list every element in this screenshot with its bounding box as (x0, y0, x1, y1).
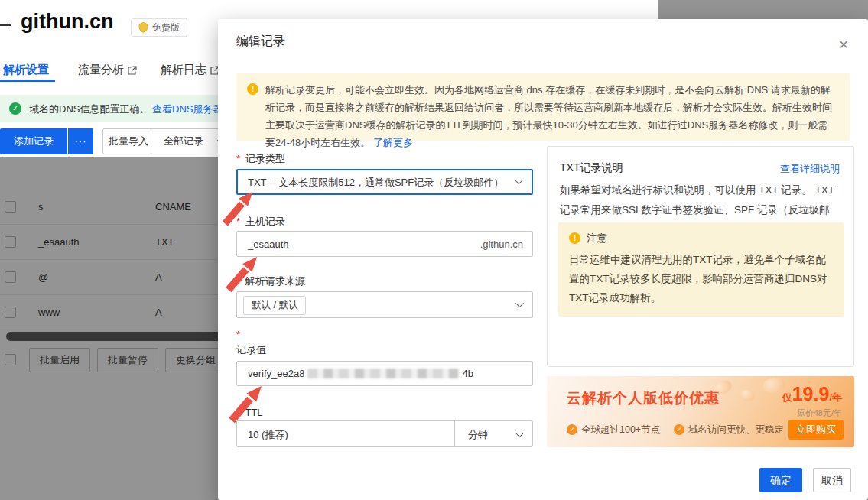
warning-icon: ! (569, 232, 580, 244)
promo-feature: 全球超过100+节点 (581, 424, 660, 437)
ttl-value: 10 (推荐) (248, 428, 288, 442)
alert-text: 解析记录变更后，可能不会立即生效。因为各地网络运营商 dns 存在缓存，在缓存未… (265, 84, 832, 148)
chevron-down-icon (515, 176, 523, 184)
check-icon: ✓ (567, 424, 577, 435)
add-record-more-button[interactable]: ··· (68, 128, 93, 154)
warning-icon: ! (247, 83, 258, 95)
coin-decoration (739, 388, 756, 403)
ttl-field[interactable]: 10 (推荐) 分钟 (236, 420, 533, 447)
close-icon[interactable]: × (839, 37, 848, 52)
host-record-input[interactable]: _esaauth .githun.cn (236, 231, 533, 257)
tab-traffic-analysis[interactable]: 流量分析 (78, 63, 137, 77)
record-value-prefix: verify_ee2a8 (248, 368, 304, 379)
notice-text: 日常运维中建议清理无用的TXT记录，避免单个子域名配置的TXT记录较多长度超限，… (569, 250, 834, 307)
record-value-label: 记录值 (236, 343, 266, 357)
annotation-arrow-record-type (219, 190, 255, 227)
record-type-label: 记录类型 (245, 153, 285, 164)
view-dns-servers-link[interactable]: 查看DNS服务器 (152, 103, 223, 115)
promo-banner[interactable]: 云解析个人版低价优惠 仅19.9/年 原价48元/年 ✓ 全球超过100+节点 … (547, 376, 854, 447)
record-value-input[interactable]: verify_ee2a84b (236, 361, 533, 386)
promo-feature: 域名访问更快、更稳定 (688, 424, 784, 437)
shield-icon (138, 22, 148, 33)
line-value-chip: 默认 / 默认 (243, 296, 306, 315)
tab-dns-settings[interactable]: 解析设置 (3, 63, 49, 77)
host-record-value: _esaauth (248, 239, 289, 250)
plan-badge: 免费版 (131, 18, 187, 37)
edit-record-modal: 编辑记录 × ! 解析记录变更后，可能不会立即生效。因为各地网络运营商 dns … (218, 19, 868, 500)
confirm-button[interactable]: 确定 (759, 468, 802, 492)
success-check-icon: ✓ (9, 102, 21, 115)
record-type-select[interactable]: TXT -- 文本长度限制512，通常做SPF记录（反垃圾邮件） (236, 169, 533, 195)
active-tab-underline (0, 80, 55, 82)
external-link-icon (128, 66, 137, 75)
ttl-unit-value: 分钟 (468, 428, 488, 442)
tab-dns-logs[interactable]: 解析日志 (161, 63, 219, 77)
annotation-arrow-record-value (226, 382, 263, 427)
record-type-value: TXT -- 文本长度限制512，通常做SPF记录（反垃圾邮件） (248, 176, 503, 190)
required-mark: * (236, 153, 240, 164)
plan-badge-label: 免费版 (152, 21, 180, 34)
annotation-arrow-host-record (223, 255, 258, 294)
add-record-button[interactable]: 添加记录 (0, 128, 67, 154)
propagation-alert: ! 解析记录变更后，可能不会立即生效。因为各地网络运营商 dns 存在缓存，在缓… (236, 73, 850, 141)
field-divider (454, 421, 455, 446)
domain-name-title: githun.cn (21, 10, 113, 34)
cancel-button[interactable]: 取消 (813, 468, 851, 492)
info-card-title: TXT记录说明 (560, 161, 623, 175)
back-arrow-icon[interactable] (0, 24, 11, 26)
record-value-suffix: 4b (462, 368, 473, 379)
promo-title: 云解析个人版低价优惠 (567, 388, 720, 408)
txt-record-info-card: TXT记录说明 查看详细说明 如果希望对域名进行标识和说明，可以使用 TXT 记… (547, 146, 854, 367)
dns-console-page: 主机记录 ? ↕ 记录类型 ? s CNAME _esaauth TXT @ A… (0, 0, 868, 500)
promo-price: 仅19.9/年 (782, 383, 842, 405)
chevron-down-icon (515, 299, 524, 307)
notice-box: ! 注意 日常运维中建议清理无用的TXT记录，避免单个子域名配置的TXT记录较多… (558, 222, 844, 317)
modal-title: 编辑记录 (236, 34, 285, 50)
domain-suffix: .githun.cn (480, 239, 523, 250)
required-mark: * (236, 329, 240, 340)
view-details-link[interactable]: 查看详细说明 (780, 162, 840, 176)
redacted-value-blur (307, 369, 459, 378)
buy-now-button[interactable]: 立即购买 (788, 420, 844, 440)
chevron-down-icon (515, 429, 524, 437)
learn-more-link[interactable]: 了解更多 (373, 137, 413, 148)
dns-status-text: 域名的DNS信息配置正确。 (29, 103, 149, 115)
line-select[interactable]: 默认 / 默认 (236, 291, 533, 318)
check-icon: ✓ (674, 424, 684, 435)
batch-import-button[interactable]: 批量导入 (102, 128, 154, 154)
original-price: 原价48元/年 (797, 407, 842, 419)
notice-title: 注意 (587, 232, 834, 245)
